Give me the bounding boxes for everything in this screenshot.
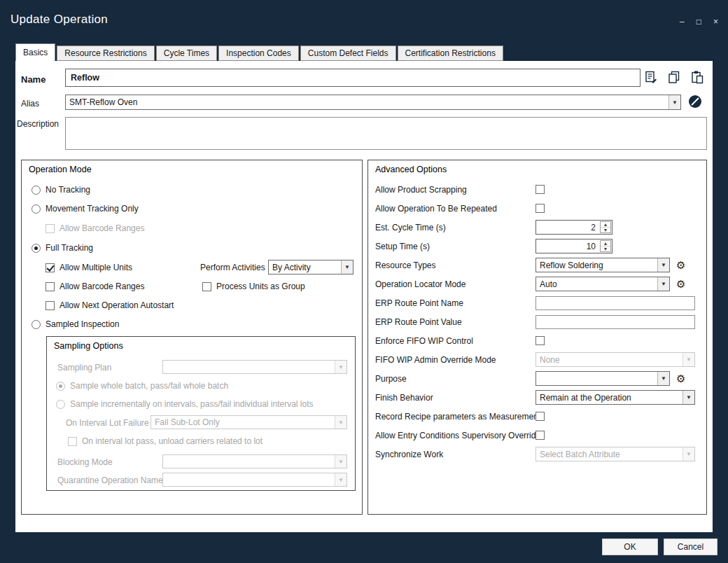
- tab-certification-restrictions[interactable]: Certification Restrictions: [398, 46, 503, 61]
- row-operation-locator-mode: Operation Locator Mode Auto ▼ ⚙: [368, 274, 706, 293]
- resource-types-select[interactable]: Reflow Soldering ▼: [536, 258, 670, 272]
- checkbox-allow-multiple-units[interactable]: Allow Multiple Units: [46, 262, 132, 273]
- radio-icon: [56, 382, 65, 391]
- fifo-wip-admin-override-mode-value: None: [536, 353, 682, 366]
- enforce-fifo-wip-control-checkbox[interactable]: [536, 336, 545, 345]
- field-label: Allow Product Scrapping: [375, 185, 536, 195]
- on-interval-lot-failure-select: Fail Sub-Lot Only ▼: [150, 415, 347, 429]
- update-operation-dialog: Update Operation – □ × Basics Resource R…: [0, 0, 728, 563]
- chevron-up-icon[interactable]: ▲: [601, 241, 610, 246]
- field-label: Purpose: [375, 374, 536, 384]
- radio-icon: [31, 244, 41, 253]
- titlebar[interactable]: Update Operation – □ ×: [0, 0, 728, 36]
- tab-resource-restrictions[interactable]: Resource Restrictions: [57, 46, 154, 61]
- field-label: Allow Operation To Be Repeated: [375, 204, 536, 214]
- maximize-button[interactable]: □: [696, 17, 701, 27]
- finish-behavior-value: Remain at the Operation: [536, 391, 682, 404]
- row-setup-time: Setup Time (s) 10 ▲ ▼: [368, 237, 706, 256]
- ok-button[interactable]: OK: [602, 538, 658, 555]
- erp-route-point-name-input[interactable]: [536, 296, 695, 310]
- checkbox-allow-next-operation-autostart[interactable]: Allow Next Operation Autostart: [46, 300, 174, 311]
- tab-cycle-times[interactable]: Cycle Times: [156, 46, 217, 61]
- setup-time-value: 10: [536, 239, 599, 253]
- chevron-down-icon: ▼: [335, 416, 346, 429]
- paste-icon[interactable]: [690, 70, 704, 84]
- checkbox-label: Allow Barcode Ranges: [59, 223, 144, 233]
- operation-mode-title: Operation Mode: [29, 165, 92, 174]
- checkbox-label: Allow Next Operation Autostart: [59, 300, 174, 310]
- row-synchronize-work: Synchronize Work Select Batch Attribute …: [368, 445, 706, 464]
- chevron-down-icon[interactable]: ▼: [657, 277, 669, 291]
- description-input[interactable]: [65, 117, 707, 150]
- synchronize-work-value: Select Batch Attribute: [536, 447, 682, 461]
- chevron-down-icon[interactable]: ▼: [668, 95, 680, 109]
- setup-time-spinner[interactable]: 10 ▲ ▼: [536, 239, 612, 253]
- chevron-down-icon[interactable]: ▼: [341, 260, 353, 274]
- close-button[interactable]: ×: [713, 17, 718, 27]
- field-label: FIFO WIP Admin Override Mode: [375, 355, 536, 365]
- radio-sampled-inspection[interactable]: Sampled Inspection: [31, 319, 119, 330]
- operation-locator-mode-select[interactable]: Auto ▼: [536, 277, 670, 291]
- minimize-button[interactable]: –: [680, 17, 685, 27]
- checkbox-on-interval-lot-pass-unload: On interval lot pass, unload carriers re…: [68, 436, 262, 447]
- chevron-down-icon: ▼: [682, 447, 694, 461]
- radio-full-tracking[interactable]: Full Tracking: [31, 242, 93, 253]
- radio-label: Sample incrementally on intervals, pass/…: [70, 399, 314, 409]
- checkbox-icon: [202, 282, 211, 291]
- checkbox-allow-barcode-ranges[interactable]: Allow Barcode Ranges: [46, 281, 144, 292]
- advanced-options-rows: Allow Product Scrapping Allow Operation …: [368, 180, 706, 464]
- copy-icon[interactable]: [667, 70, 681, 84]
- window-title: Update Operation: [10, 13, 108, 27]
- radio-icon: [31, 204, 41, 214]
- chevron-down-icon[interactable]: ▼: [657, 372, 669, 385]
- radio-sample-incrementally: Sample incrementally on intervals, pass/…: [56, 398, 314, 410]
- tab-custom-defect-fields[interactable]: Custom Defect Fields: [300, 46, 396, 61]
- gear-icon[interactable]: ⚙: [676, 373, 685, 384]
- radio-movement-tracking-only[interactable]: Movement Tracking Only: [31, 203, 139, 214]
- name-input[interactable]: Reflow: [65, 69, 640, 87]
- est-cycle-time-spinner[interactable]: 2 ▲ ▼: [536, 220, 612, 235]
- allow-operation-repeated-checkbox[interactable]: [536, 204, 545, 213]
- perform-activities-select[interactable]: By Activity ▼: [268, 260, 354, 274]
- alias-combobox[interactable]: SMT-Reflow Oven ▼: [65, 95, 681, 110]
- checkbox-process-units-as-group[interactable]: Process Units as Group: [202, 281, 305, 292]
- on-interval-lot-failure-label: On Interval Lot Failure: [66, 418, 149, 428]
- row-erp-route-point-value: ERP Route Point Value: [368, 312, 706, 331]
- radio-no-tracking[interactable]: No Tracking: [31, 184, 90, 195]
- window-controls: – □ ×: [680, 17, 718, 27]
- tab-inspection-codes[interactable]: Inspection Codes: [218, 46, 299, 61]
- resource-types-value: Reflow Soldering: [536, 258, 657, 272]
- gear-icon[interactable]: ⚙: [676, 279, 685, 289]
- row-allow-operation-repeated: Allow Operation To Be Repeated: [368, 199, 706, 218]
- allow-product-scrapping-checkbox[interactable]: [536, 185, 545, 194]
- name-actions: [644, 70, 704, 84]
- clear-alias-icon[interactable]: [689, 95, 701, 108]
- advanced-options-group: Advanced Options Allow Product Scrapping…: [368, 160, 707, 515]
- edit-names-icon[interactable]: [644, 70, 658, 84]
- tab-basics[interactable]: Basics: [15, 43, 55, 61]
- radio-label: No Tracking: [46, 185, 90, 195]
- chevron-down-icon[interactable]: ▼: [601, 228, 610, 232]
- row-purpose: Purpose ▼ ⚙: [368, 369, 706, 388]
- chevron-down-icon[interactable]: ▼: [601, 246, 610, 251]
- checkbox-icon: [46, 263, 55, 272]
- chevron-up-icon[interactable]: ▲: [601, 222, 610, 228]
- gear-icon[interactable]: ⚙: [676, 260, 685, 270]
- checkbox-movement-allow-barcode-ranges: Allow Barcode Ranges: [46, 223, 144, 234]
- cancel-button[interactable]: Cancel: [664, 538, 718, 555]
- finish-behavior-select[interactable]: Remain at the Operation ▼: [536, 390, 695, 405]
- erp-route-point-value-input[interactable]: [536, 315, 695, 329]
- spinner-buttons: ▲ ▼: [600, 240, 611, 252]
- chevron-down-icon[interactable]: ▼: [657, 258, 669, 272]
- allow-entry-conditions-override-checkbox[interactable]: [536, 431, 545, 440]
- purpose-value: [536, 372, 657, 385]
- record-recipe-as-measurements-checkbox[interactable]: [536, 412, 545, 421]
- field-label: ERP Route Point Value: [375, 317, 536, 327]
- row-resource-types: Resource Types Reflow Soldering ▼ ⚙: [368, 256, 706, 274]
- checkbox-icon: [46, 301, 55, 310]
- row-est-cycle-time: Est. Cycle Time (s) 2 ▲ ▼: [368, 218, 706, 237]
- row-erp-route-point-name: ERP Route Point Name: [368, 293, 706, 312]
- field-label: ERP Route Point Name: [375, 298, 536, 308]
- purpose-select[interactable]: ▼: [536, 371, 670, 386]
- chevron-down-icon[interactable]: ▼: [682, 391, 694, 404]
